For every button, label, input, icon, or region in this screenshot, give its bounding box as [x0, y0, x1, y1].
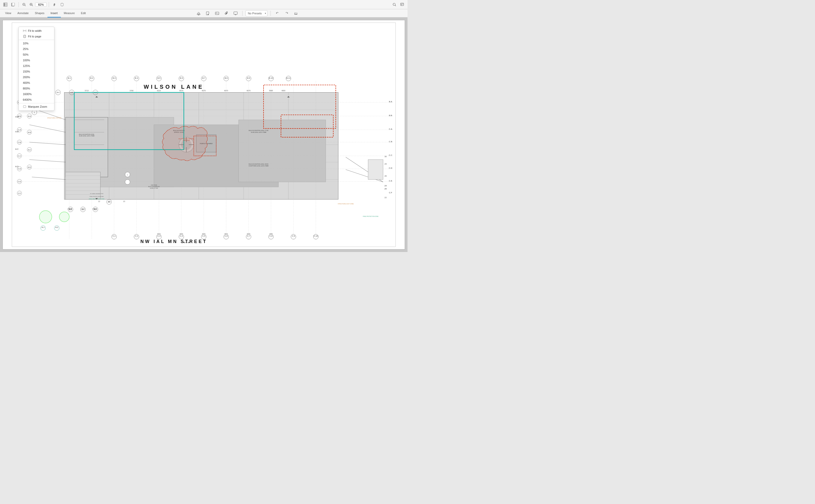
settings-button[interactable]	[399, 1, 405, 8]
svg-text:BULK EXCAVATION: BULK EXCAVATION	[148, 186, 160, 187]
tab-shapes[interactable]: Shapes	[32, 9, 47, 17]
svg-text:3435: 3435	[270, 233, 273, 235]
svg-text:A.C: A.C	[15, 148, 19, 150]
zoom-100-item[interactable]: 100%	[19, 57, 54, 63]
svg-rect-3	[12, 3, 15, 6]
nav-tabs: View Annotate Shapes Insert Measure Edit	[2, 9, 89, 17]
screen-tool-button[interactable]	[232, 10, 239, 17]
svg-text:1: 1	[34, 112, 35, 113]
zoom-6400-item[interactable]: 6400%	[19, 97, 54, 103]
stamp-tool-button[interactable]	[195, 10, 202, 17]
svg-text:30: 30	[384, 155, 387, 158]
zoom-800-item[interactable]: 800%	[19, 86, 54, 91]
blueprint-area[interactable]: B.A B.B C.A C.B C.C C.D C.E C.F A.A A.B …	[3, 20, 405, 249]
zoom-out-button[interactable]	[21, 1, 27, 8]
zoom-150-item[interactable]: 150%	[19, 69, 54, 74]
zoom-150-label: 150%	[23, 70, 30, 73]
fit-to-width-item[interactable]: Fit to width	[19, 28, 54, 34]
svg-text:B.5: B.5	[157, 77, 160, 79]
svg-text:C.A: C.A	[18, 129, 21, 131]
svg-rect-1	[5, 3, 7, 6]
svg-text:6070: 6070	[202, 233, 206, 235]
zoom-125-item[interactable]: 125%	[19, 63, 54, 69]
sticky-note-button[interactable]	[204, 10, 212, 17]
svg-text:6070: 6070	[225, 233, 228, 235]
zoom-10-item[interactable]: 10%	[19, 41, 54, 46]
svg-text:LEVEL 27.500: LEVEL 27.500	[150, 188, 158, 189]
zoom-value-display[interactable]: 82%	[35, 3, 47, 7]
zoom-50-label: 50%	[23, 53, 28, 56]
tab-edit[interactable]: Edit	[78, 9, 89, 17]
svg-text:A.D: A.D	[15, 165, 19, 168]
zoom-200-item[interactable]: 200%	[19, 74, 54, 80]
svg-text:B.11: B.11	[286, 77, 291, 79]
svg-point-14	[393, 3, 395, 5]
tab-insert[interactable]: Insert	[47, 9, 61, 17]
svg-text:B.6: B.6	[180, 77, 183, 79]
svg-text:24: 24	[384, 185, 387, 187]
marquee-button[interactable]	[59, 1, 65, 8]
presets-wrapper: No Presets	[246, 10, 268, 16]
redo-button[interactable]	[283, 10, 290, 17]
svg-text:26: 26	[384, 175, 387, 177]
svg-rect-106	[65, 117, 108, 177]
svg-text:13: 13	[123, 200, 125, 202]
attachment-button[interactable]	[223, 10, 230, 17]
svg-text:A.D: A.D	[28, 166, 31, 168]
svg-text:B.8: B.8	[225, 77, 228, 79]
svg-text:LEVEL 26.630: LEVEL 26.630	[183, 140, 190, 141]
tab-view[interactable]: View	[2, 9, 14, 17]
svg-text:FREE PROTECTION ZONE: FREE PROTECTION ZONE	[363, 216, 379, 217]
svg-text:29: 29	[384, 163, 387, 165]
svg-text:A.1: A.1	[42, 226, 45, 228]
fit-to-width-label: Fit to width	[28, 29, 42, 32]
zoom-10-label: 10%	[23, 42, 28, 45]
tab-annotate[interactable]: Annotate	[14, 9, 32, 17]
svg-text:WILSON LANE: WILSON LANE	[144, 84, 204, 90]
zoom-400-item[interactable]: 400%	[19, 80, 54, 86]
svg-line-6	[25, 5, 26, 6]
svg-text:◀ 1/1 ▶: ◀ 1/1 ▶	[183, 241, 190, 244]
svg-text:C.D: C.D	[389, 167, 392, 169]
svg-text:BULK EXCAVATION LEVEL: BULK EXCAVATION LEVEL	[79, 134, 95, 135]
svg-text:C.D: C.D	[18, 168, 21, 170]
pages-button[interactable]	[10, 1, 16, 8]
fit-to-page-item[interactable]: Fit to page	[19, 34, 54, 39]
marquee-zoom-item[interactable]: Marquee Zoom	[19, 104, 54, 109]
image-button[interactable]	[214, 10, 221, 17]
zoom-25-item[interactable]: 25%	[19, 46, 54, 52]
search-button-top[interactable]	[391, 1, 398, 8]
marquee-zoom-icon	[23, 105, 26, 108]
hand-tool-button[interactable]	[51, 1, 58, 8]
svg-text:A.C: A.C	[28, 149, 31, 151]
svg-text:A.4: A.4	[57, 92, 59, 93]
svg-text:A.5: A.5	[70, 92, 73, 93]
svg-rect-0	[4, 3, 5, 6]
svg-text:C.E: C.E	[18, 181, 21, 183]
zoom-dropdown: Fit to width Fit to page 10% 25%	[18, 27, 54, 111]
svg-text:C.C: C.C	[389, 154, 392, 156]
tab-measure[interactable]: Measure	[61, 9, 78, 17]
svg-text:5070: 5070	[92, 208, 96, 210]
zoom-in-button[interactable]	[28, 1, 35, 8]
undo-button[interactable]	[274, 10, 281, 17]
zoom-50-item[interactable]: 50%	[19, 52, 54, 57]
svg-text:6070: 6070	[157, 233, 161, 235]
svg-text:4800: 4800	[282, 90, 285, 92]
svg-rect-19	[402, 4, 403, 5]
zoom-1600-item[interactable]: 1600%	[19, 91, 54, 97]
panel-toggle-button[interactable]	[2, 1, 9, 8]
svg-text:C.E: C.E	[389, 180, 392, 182]
svg-point-235	[59, 212, 69, 222]
svg-text:B.3: B.3	[113, 77, 116, 79]
svg-text:12: 12	[108, 200, 110, 202]
svg-rect-18	[401, 4, 402, 5]
nav-bar: View Annotate Shapes Insert Measure Edit	[0, 9, 408, 17]
clear-button[interactable]	[292, 10, 300, 17]
divider-2	[49, 2, 49, 7]
zoom-100-label: 100%	[23, 59, 30, 62]
zoom-1600-label: 1600%	[23, 93, 32, 96]
svg-rect-105	[239, 120, 326, 182]
svg-text:BULK EXCAVATION APPROX.: BULK EXCAVATION APPROX.	[178, 138, 194, 139]
presets-select[interactable]: No Presets	[246, 10, 268, 16]
